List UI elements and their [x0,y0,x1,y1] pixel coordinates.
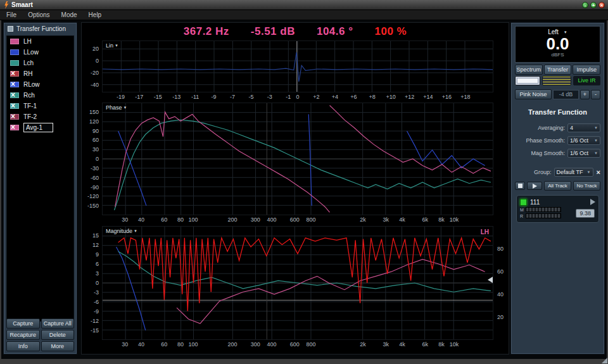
more-button[interactable]: More [41,341,75,351]
trace-row[interactable]: ×TF-1 [7,101,73,111]
title-bar[interactable]: Smaart -+× [0,0,608,10]
trace-row[interactable]: ×RLow [7,79,73,90]
recapture-button[interactable]: Recapture [6,330,40,340]
x-axis-tick: +2 [313,94,319,100]
x-axis-tick: 200 [227,341,237,348]
menu-file[interactable]: File [6,11,16,18]
trace-label[interactable]: Lch [23,58,34,68]
trace-row[interactable]: Lch [7,58,73,68]
trace-row[interactable]: LLow [7,47,73,58]
trace-hidden-icon[interactable]: × [11,111,15,122]
trace-label[interactable]: TF-2 [23,111,37,122]
window-close-button[interactable]: × [598,2,605,8]
trace-hidden-icon[interactable]: × [11,90,15,101]
phase-plot[interactable]: Phase▼ [102,103,493,215]
x-axis-tick: 80 [177,217,184,223]
x-axis-tick: -3 [267,94,272,100]
tab-spectrum[interactable]: Spectrum [515,65,543,75]
trace-row[interactable]: ×Avg-1 [7,122,73,133]
chevron-down-icon: ▼ [587,170,591,174]
phase-smooth-label: Phase Smooth: [526,137,565,144]
trace-label[interactable]: RLow [23,79,40,90]
stop-button[interactable] [515,182,525,190]
trace-hidden-icon[interactable]: × [11,122,15,133]
trace-label[interactable]: LH [23,36,32,47]
trace-color-swatch[interactable] [10,60,19,66]
impulse-plot-canvas[interactable] [103,41,493,92]
trace-row[interactable]: ×TF-2 [7,111,73,122]
capture-all-button[interactable]: Capture All [41,318,75,329]
mag-smooth-select[interactable]: 1/6 Oct ▼ [567,149,600,158]
play-button[interactable] [527,182,542,190]
x-axis-tick: -9 [212,94,217,100]
track-gain-value[interactable]: 9.38 [576,209,595,218]
chevron-down-icon: ▼ [124,106,127,110]
level-down-button[interactable]: - [591,90,600,99]
trace-color-swatch[interactable] [10,39,19,44]
chevron-down-icon: ▼ [594,139,598,142]
spectrograph-view-button[interactable] [542,76,571,85]
y-axis-tick: -20 [91,70,99,76]
phase-plot-label[interactable]: Phase▼ [106,104,127,111]
window-min-button[interactable]: - [582,2,588,8]
resize-grip[interactable] [602,358,607,363]
trace-hidden-icon[interactable]: × [11,101,15,111]
track-panel: 111 M R 9.38 [516,195,599,223]
level-up-button[interactable]: + [580,90,590,99]
delete-button[interactable]: Delete [41,330,75,340]
pink-noise-button[interactable]: Pink Noise [515,89,552,99]
averaging-select[interactable]: 4 ▼ [567,123,600,132]
trace-row[interactable]: ×Rch [7,90,73,101]
phase-smooth-value: 1/6 Oct [570,137,588,144]
menu-mode[interactable]: Mode [61,11,77,18]
y-axis-tick: -60 [91,175,99,181]
y-axis-tick: 20 [92,46,99,52]
phase-plot-canvas[interactable] [103,103,493,215]
magnitude-plot[interactable]: Magnitude▼ LH [102,226,493,340]
track-play-icon[interactable] [590,199,595,205]
generator-level[interactable]: -4 dB [553,90,579,99]
trace-name-input[interactable]: Avg-1 [23,123,53,132]
trace-label[interactable]: RH [23,68,32,79]
trace-color-swatch[interactable] [10,49,19,55]
trace-hidden-icon[interactable]: × [11,79,15,90]
meter-view-button[interactable] [515,76,540,85]
live-ir-button[interactable]: Live IR [573,76,600,85]
trace-offset-marker[interactable] [488,277,493,283]
trace-label[interactable]: LLow [23,47,39,58]
menu-help[interactable]: Help [89,11,102,18]
no-track-button[interactable]: No Track [573,181,600,191]
magnitude-plot-canvas[interactable] [103,227,493,339]
trace-label[interactable]: Rch [23,90,35,101]
trace-hidden-icon[interactable]: × [11,68,15,79]
trace-row[interactable]: ×RH [7,68,73,79]
impulse-plot[interactable]: Lin▼ [102,41,493,92]
group-tools-icon[interactable]: × [597,168,600,176]
tab-impulse[interactable]: Impulse [573,65,600,75]
x-axis-tick: 400 [267,341,277,348]
x-axis-tick: 4k [399,341,405,348]
menu-options[interactable]: Options [28,11,49,18]
phase-smooth-select[interactable]: 1/6 Oct ▼ [567,136,600,145]
readout-phase: 104.6 ° [317,25,353,38]
all-track-button[interactable]: All Track [544,181,571,191]
panel-icon [8,26,13,32]
track-active-led[interactable] [520,199,527,206]
capture-button[interactable]: Capture [6,318,40,329]
trace-label[interactable]: TF-1 [23,101,37,111]
trace-row[interactable]: LH [7,36,73,47]
tab-transfer[interactable]: Transfer [544,65,572,75]
x-axis-tick: 100 [188,217,198,223]
y-axis-tick: -40 [91,82,99,88]
y-axis-tick: 3 [96,270,99,277]
group-select[interactable]: Default TF ▼ [554,168,593,177]
impulse-plot-label[interactable]: Lin▼ [106,42,118,49]
info-button[interactable]: Info [6,341,40,351]
x-axis-tick: +16 [442,94,452,100]
x-axis-tick: +4 [332,94,338,100]
trace-list[interactable]: LHLLowLch×RH×RLow×Rch×TF-1×TF-2×Avg-1 [6,35,74,322]
magnitude-plot-label[interactable]: Magnitude▼ [106,228,137,234]
x-axis-tick: 3k [383,341,390,348]
window-max-button[interactable]: + [590,2,597,8]
x-axis-tick: 300 [251,341,260,348]
